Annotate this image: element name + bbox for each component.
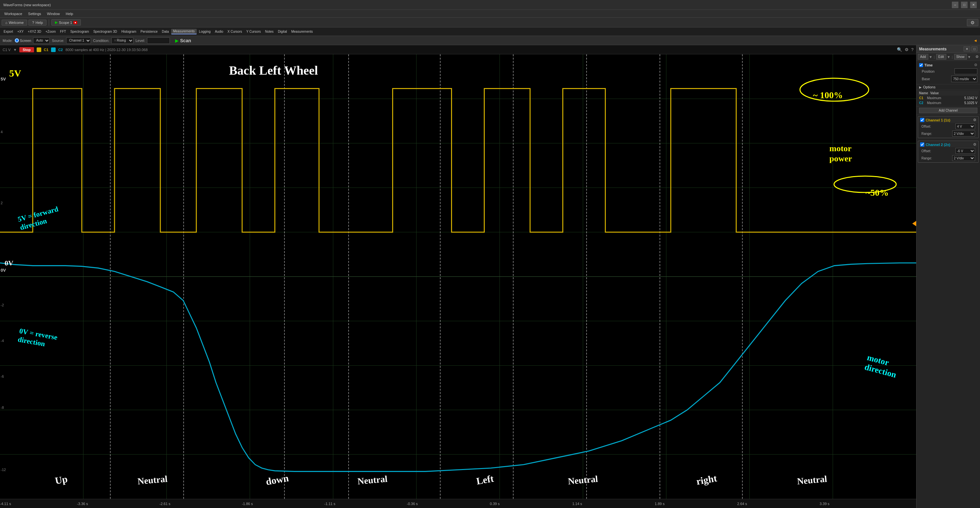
zoom-in-icon[interactable]: 🔍	[897, 47, 902, 52]
stop-button[interactable]: Stop	[19, 47, 34, 53]
channel1-settings-icon[interactable]: ⚙	[973, 118, 977, 122]
tab-fft[interactable]: FFT	[58, 29, 68, 34]
channel2-settings-icon[interactable]: ⚙	[973, 142, 977, 147]
help-button[interactable]: ? Help	[29, 20, 46, 25]
show-measurement-button[interactable]: Show	[954, 54, 967, 60]
settings-icon[interactable]: ⚙	[905, 47, 908, 52]
welcome-button[interactable]: ⌂ Welcome	[2, 20, 27, 25]
add-dropdown-icon[interactable]: ▼	[929, 55, 932, 59]
minimize-button[interactable]: –	[952, 2, 958, 8]
base-select[interactable]: 750 ms/div	[951, 76, 977, 82]
panel-toolbar: Add ▼ | Edit ▼ | Show ▼ ⚙	[916, 53, 980, 61]
tab-ycursors[interactable]: Y Cursors	[244, 29, 262, 34]
cursor-line-9	[742, 54, 743, 499]
channel1-checkbox[interactable]	[920, 118, 924, 122]
show-dropdown-icon[interactable]: ▼	[967, 55, 971, 59]
tab-xyz3d[interactable]: +XYZ 3D	[26, 29, 43, 34]
panel-close-button[interactable]: ✕	[964, 46, 970, 51]
tab-zoom[interactable]: +Zoom	[43, 29, 57, 34]
tab-export[interactable]: Export	[2, 29, 15, 34]
ch1-range-select[interactable]: 2 V/div	[952, 131, 975, 137]
cursor-line-1	[110, 54, 111, 499]
toolbar-icons-right[interactable]: ⚙	[967, 19, 978, 26]
time-section: Time ⚙ Position -360 ms Base 750 ms/div	[916, 61, 980, 84]
tab-measurements[interactable]: Measurements	[171, 29, 197, 34]
options-header[interactable]: ▶ Options	[919, 85, 977, 89]
time-label: Time	[924, 63, 932, 67]
channel1-name: Channel 1 (1±)	[926, 118, 950, 122]
tab-spectrogram3d[interactable]: Spectrogram 3D	[91, 29, 119, 34]
condition-select[interactable]: ↑ Rising ↓ Falling	[111, 37, 134, 44]
scope-button[interactable]: ▶ Scope 1 ●	[51, 19, 81, 25]
y-label-2: 2	[1, 201, 3, 205]
tab-spectrogram[interactable]: Spectrogram	[68, 29, 91, 34]
cursor-line-5	[440, 54, 441, 499]
cursor-line-3	[284, 54, 285, 499]
ch1-offset-select[interactable]: 4 V	[955, 123, 975, 129]
trigger-select[interactable]: Auto	[33, 37, 50, 44]
meas-row-c1: C1 Maximum 5.1342 V	[918, 96, 979, 100]
menu-settings[interactable]: Settings	[25, 11, 44, 16]
maximize-button[interactable]: □	[961, 2, 967, 8]
ch1-offset-label: Offset:	[921, 125, 931, 128]
ch2-offset-label: Offset:	[921, 149, 931, 153]
time-checkbox[interactable]	[919, 63, 923, 67]
channel2-header: Channel 2 (2±) ⚙	[919, 142, 978, 147]
title-bar: WaveForms (new workspace) – □ ✕	[0, 0, 980, 10]
time-label-2: -2.61 s	[159, 502, 170, 506]
source-select[interactable]: Channel 1 Channel 2	[66, 37, 91, 44]
scope-header-sep: ▼	[13, 48, 17, 52]
add-channel-button[interactable]: Add Channel	[919, 108, 977, 113]
help-icon[interactable]: ?	[911, 47, 913, 52]
position-input[interactable]: -360 ms	[955, 68, 977, 74]
menu-help[interactable]: Help	[63, 11, 76, 16]
welcome-label: Welcome	[9, 21, 24, 25]
scope-indicator: ●	[73, 21, 77, 24]
tab-persistence[interactable]: Persistence	[138, 29, 159, 34]
time-label-7: 1.14 s	[572, 502, 582, 506]
level-input[interactable]: 800 mV	[147, 37, 170, 44]
panel-config-icon[interactable]: ⚙	[975, 55, 979, 59]
time-label-10: 3.39 s	[819, 502, 829, 506]
base-row: Base 750 ms/div	[916, 75, 980, 83]
edit-measurement-button[interactable]: Edit	[936, 54, 946, 60]
home-icon: ⌂	[5, 21, 8, 25]
tab-notes[interactable]: Notes	[263, 29, 275, 34]
panel-expand-button[interactable]: □	[972, 46, 977, 51]
tab-xcursors[interactable]: X Cursors	[226, 29, 244, 34]
level-label: Level:	[135, 39, 145, 43]
measurements-title: Measurements	[919, 47, 947, 51]
cursor-line-6	[513, 54, 514, 499]
tab-histogram[interactable]: Histogram	[119, 29, 138, 34]
time-label-4: -1.11 s	[325, 502, 336, 506]
time-label-9: 2.64 s	[737, 502, 747, 506]
tab-data[interactable]: Data	[160, 29, 171, 34]
scan-button[interactable]: Scan	[180, 38, 191, 43]
panel-header-buttons: ✕ □	[964, 46, 977, 51]
time-options-icon[interactable]: ⚙	[974, 63, 977, 67]
tab-xy[interactable]: +XY	[15, 29, 25, 34]
mode-screen-radio[interactable]: Screen	[15, 38, 32, 43]
ch2-range-select[interactable]: 2 V/div	[952, 155, 975, 161]
measurements-header: Name Value	[918, 91, 979, 96]
tab-logging[interactable]: Logging	[197, 29, 213, 34]
edit-dropdown-icon[interactable]: ▼	[947, 55, 951, 59]
close-button[interactable]: ✕	[970, 2, 977, 8]
y-label-neg6: -6	[1, 374, 4, 378]
add-measurement-button[interactable]: Add	[918, 54, 928, 60]
menu-workspace[interactable]: Workspace	[2, 11, 25, 16]
tab-digital[interactable]: Digital	[276, 29, 289, 34]
col-value: Value	[930, 91, 977, 95]
meas-c2-measurement: Maximum	[927, 101, 941, 105]
channel2-checkbox[interactable]	[920, 142, 924, 147]
add-channel-section: Add Channel	[916, 107, 980, 115]
tab-measurements2[interactable]: Measurements	[290, 29, 315, 34]
menu-window[interactable]: Window	[45, 11, 62, 16]
tab-audio[interactable]: Audio	[213, 29, 225, 34]
ch2-offset-select[interactable]: -6 V	[955, 148, 975, 154]
channel1-section: Channel 1 (1±) ⚙ Offset: 4 V Range: 2 V/…	[918, 116, 979, 138]
panel-toolbar-sep1: |	[934, 55, 935, 59]
help-label: Help	[35, 21, 43, 25]
toolbar: ⌂ Welcome ? Help ▶ Scope 1 ● ⚙	[0, 18, 980, 27]
y-label-neg8: -8	[1, 406, 4, 409]
